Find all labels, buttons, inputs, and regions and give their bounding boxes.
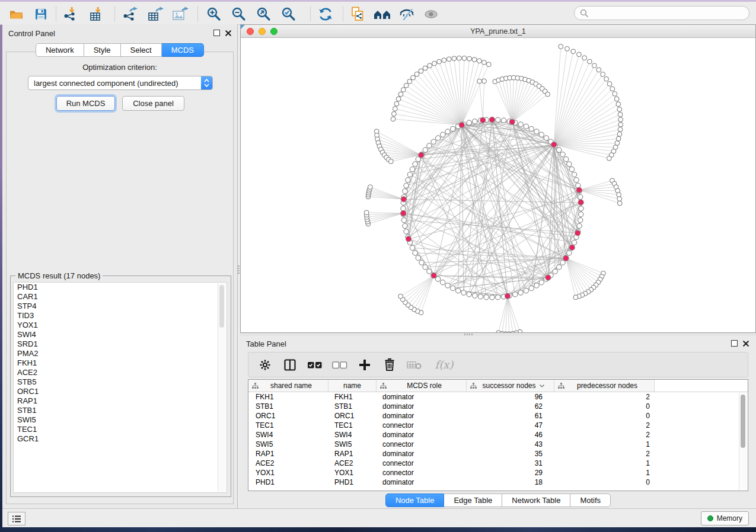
zoom-out-icon[interactable]: [230, 6, 248, 23]
table-row[interactable]: ORC1ORC1dominator610: [248, 411, 748, 421]
tab-motifs[interactable]: Motifs: [570, 493, 611, 507]
mcds-result-item[interactable]: GCR1: [14, 434, 227, 444]
zoom-in-icon[interactable]: [205, 6, 223, 23]
mcds-result-item[interactable]: PMA2: [14, 349, 227, 358]
open-session-icon[interactable]: [7, 6, 25, 23]
mcds-result-item[interactable]: SWI5: [14, 415, 227, 425]
apply-layout-icon[interactable]: [317, 6, 334, 23]
delete-column-icon[interactable]: [381, 357, 398, 373]
cell-name: FKH1: [328, 393, 377, 401]
tab-mcds[interactable]: MCDS: [162, 43, 204, 57]
cell-predecessor-nodes: 0: [554, 402, 655, 411]
vertical-splitter-grip[interactable]: [238, 265, 240, 274]
export-table-icon[interactable]: [146, 6, 164, 23]
tab-select[interactable]: Select: [121, 43, 162, 57]
close-panel-button[interactable]: Close panel: [122, 96, 184, 111]
column-layout-icon[interactable]: [282, 357, 298, 373]
export-image-icon[interactable]: [171, 6, 189, 23]
column-header-shared-name[interactable]: shared name: [248, 380, 328, 392]
toolbar-separator: [310, 7, 311, 21]
tab-network[interactable]: Network: [36, 43, 84, 57]
close-table-panel-icon[interactable]: [743, 341, 749, 347]
network-canvas[interactable]: [241, 38, 755, 332]
table-row[interactable]: PHD1PHD1dominator180: [248, 477, 748, 487]
column-header-successor-nodes[interactable]: successor nodes: [467, 380, 554, 392]
cell-successor-nodes: 46: [467, 431, 554, 439]
table-row[interactable]: TEC1TEC1connector472: [248, 421, 748, 430]
mcds-result-item[interactable]: STB5: [14, 377, 227, 387]
mcds-result-item[interactable]: TEC1: [14, 425, 227, 434]
cell-successor-nodes: 29: [467, 469, 554, 477]
table-row[interactable]: ACE2ACE2connector311: [248, 459, 748, 468]
mcds-list-scrollbar[interactable]: [218, 283, 226, 492]
column-header-predecessor-nodes[interactable]: predecessor nodes: [554, 380, 655, 392]
cell-name: SWI5: [328, 440, 377, 448]
tab-edge-table[interactable]: Edge Table: [444, 493, 502, 507]
list-icon: [12, 515, 21, 523]
column-type-icon: [380, 383, 387, 389]
criterion-select[interactable]: largest connected component (undirected): [28, 76, 213, 90]
cell-name: PHD1: [328, 478, 377, 486]
tab-style[interactable]: Style: [84, 43, 121, 57]
mcds-result-item[interactable]: PHD1: [14, 283, 227, 292]
mcds-result-item[interactable]: SRD1: [14, 339, 227, 349]
show-panels-button[interactable]: [8, 512, 25, 525]
tab-network-table[interactable]: Network Table: [502, 493, 570, 507]
mcds-result-list[interactable]: PHD1CAR1STP4TID3YOX1SWI4SRD1PMA2FKH1ACE2…: [13, 282, 227, 493]
search-input[interactable]: [574, 6, 749, 20]
show-all-icon[interactable]: [422, 6, 440, 23]
column-header-name[interactable]: name: [328, 380, 377, 392]
zoom-selected-icon[interactable]: [280, 6, 298, 23]
mcds-result-item[interactable]: ORC1: [14, 387, 227, 396]
cell-shared-name: TEC1: [248, 421, 328, 430]
mcds-result-item[interactable]: STB1: [14, 406, 227, 415]
cell-predecessor-nodes: 0: [554, 412, 655, 420]
main-toolbar: [0, 2, 756, 25]
network-titlebar[interactable]: YPA_prune.txt_1: [241, 25, 755, 38]
deselect-all-icon[interactable]: [331, 357, 348, 373]
float-panel-icon[interactable]: [213, 30, 220, 36]
tab-node-table[interactable]: Node Table: [385, 493, 445, 507]
column-type-icon: [252, 383, 259, 389]
table-scrollbar[interactable]: [739, 393, 747, 490]
run-mcds-button[interactable]: Run MCDS: [56, 96, 115, 111]
hide-selected-icon[interactable]: [398, 6, 416, 23]
close-panel-icon[interactable]: [225, 30, 231, 36]
export-network-icon[interactable]: [121, 6, 139, 23]
table-settings-icon[interactable]: [257, 357, 273, 373]
table-row[interactable]: STB1STB1dominator620: [248, 402, 748, 411]
table-row[interactable]: YOX1YOX1connector291: [248, 468, 748, 477]
optimization-criterion-label: Optimization criterion:: [7, 63, 233, 72]
table-row[interactable]: RAP1RAP1dominator352: [248, 449, 748, 459]
select-all-icon[interactable]: [307, 357, 323, 373]
cell-successor-nodes: 43: [467, 440, 554, 448]
table-row[interactable]: SWI4SWI4dominator462: [248, 430, 748, 440]
search-icon: [580, 9, 589, 18]
first-neighbors-icon[interactable]: [374, 6, 391, 23]
cell-name: STB1: [328, 402, 377, 411]
new-network-from-selection-icon[interactable]: [349, 6, 366, 23]
mcds-result-item[interactable]: RAP1: [14, 396, 227, 406]
add-column-icon[interactable]: [356, 357, 373, 373]
zoom-fit-icon[interactable]: [255, 6, 273, 23]
network-graph[interactable]: [241, 38, 755, 332]
clear-table-icon[interactable]: [406, 357, 423, 373]
mcds-result-item[interactable]: YOX1: [14, 321, 227, 330]
float-table-panel-icon[interactable]: [731, 340, 738, 347]
save-session-icon[interactable]: [32, 6, 50, 23]
import-network-icon[interactable]: [62, 6, 79, 23]
mcds-result-item[interactable]: CAR1: [14, 292, 227, 302]
mcds-result-item[interactable]: STP4: [14, 302, 227, 311]
column-type-icon: [470, 383, 477, 389]
mcds-result-item[interactable]: TID3: [14, 311, 227, 321]
node-table[interactable]: shared namenameMCDS rolesuccessor nodesp…: [248, 379, 748, 491]
table-row[interactable]: SWI5SWI5connector431: [248, 440, 748, 449]
memory-button[interactable]: Memory: [701, 511, 749, 525]
column-header-MCDS-role[interactable]: MCDS role: [377, 380, 467, 392]
mcds-result-item[interactable]: ACE2: [14, 368, 227, 377]
mcds-result-item[interactable]: FKH1: [14, 358, 227, 368]
mcds-result-item[interactable]: SWI4: [14, 330, 227, 339]
table-row[interactable]: FKH1FKH1dominator962: [248, 392, 748, 402]
import-table-icon[interactable]: [88, 6, 106, 23]
function-builder-icon[interactable]: f(x): [435, 358, 454, 371]
